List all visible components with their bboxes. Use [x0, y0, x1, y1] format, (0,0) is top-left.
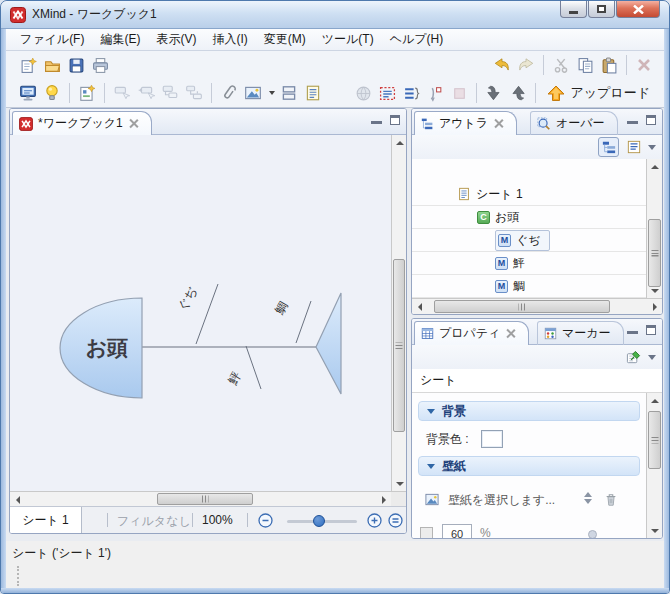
wallpaper-select-row[interactable]: 壁紙を選択します...	[424, 490, 632, 510]
titlebar[interactable]: XMind - ワークブック1	[1, 1, 669, 29]
scroll-up-icon[interactable]	[647, 159, 662, 174]
sheet-tab[interactable]: シート 1	[10, 507, 82, 534]
notes-list-button[interactable]	[399, 81, 423, 105]
insert-topic-button[interactable]	[110, 81, 134, 105]
outline-item-central[interactable]: C お頭	[412, 206, 646, 229]
delete-button[interactable]	[632, 53, 656, 77]
scroll-right-icon[interactable]	[376, 492, 391, 507]
menu-view[interactable]: 表示(V)	[148, 29, 204, 50]
scrollbar-thumb[interactable]	[434, 300, 610, 313]
menu-tools[interactable]: ツール(T)	[314, 29, 382, 50]
bone-label-3[interactable]: 鮃	[225, 369, 244, 387]
canvas-vertical-scrollbar[interactable]	[391, 135, 406, 491]
scrollbar-thumb[interactable]	[648, 219, 661, 287]
outline-item-tai[interactable]: M 鯛	[412, 275, 646, 298]
view-minimize-icon[interactable]	[627, 325, 638, 334]
copy-button[interactable]	[573, 53, 597, 77]
tab-close-icon[interactable]	[505, 328, 516, 339]
editor-tab-workbook1[interactable]: *ワークブック1	[12, 111, 152, 135]
insert-parent-topic-button[interactable]	[182, 81, 206, 105]
tab-overview[interactable]: オーバー	[530, 111, 618, 135]
zoom-out-button[interactable]	[258, 513, 273, 528]
open-button[interactable]	[40, 53, 64, 77]
opacity-value-field[interactable]: 60	[442, 524, 472, 538]
drill-down-button[interactable]	[482, 81, 506, 105]
scroll-down-icon[interactable]	[392, 476, 407, 491]
section-background-header[interactable]: 背景	[418, 401, 640, 421]
boundary-button[interactable]	[447, 81, 471, 105]
scroll-right-icon[interactable]	[647, 299, 662, 314]
opacity-slider-dot[interactable]	[588, 530, 597, 538]
save-button[interactable]	[64, 53, 88, 77]
tab-close-icon[interactable]	[128, 118, 139, 129]
summary-button[interactable]	[277, 81, 301, 105]
label-button[interactable]	[375, 81, 399, 105]
outline-tree-mode-button[interactable]	[598, 137, 619, 157]
tab-close-icon[interactable]	[493, 118, 504, 129]
view-maximize-icon[interactable]	[646, 325, 656, 335]
presentation-button[interactable]	[16, 81, 40, 105]
scroll-down-icon[interactable]	[647, 283, 662, 298]
scrollbar-thumb[interactable]	[648, 411, 661, 469]
outline-item-hirame[interactable]: M 鮃	[412, 252, 646, 275]
canvas-horizontal-scrollbar[interactable]	[10, 491, 391, 506]
paste-button[interactable]	[597, 53, 621, 77]
scroll-up-icon[interactable]	[392, 135, 407, 150]
pin-button[interactable]	[623, 347, 644, 367]
section-wallpaper-header[interactable]: 壁紙	[418, 456, 640, 476]
opacity-checkbox[interactable]	[420, 527, 433, 538]
menu-insert[interactable]: 挿入(I)	[204, 29, 255, 50]
outline-item-guji[interactable]: M ぐぢ	[412, 229, 646, 252]
new-workbook-button[interactable]	[16, 53, 40, 77]
redo-button[interactable]	[514, 53, 538, 77]
menu-modify[interactable]: 変更(M)	[256, 29, 314, 50]
print-button[interactable]	[88, 53, 112, 77]
drill-up-button[interactable]	[506, 81, 530, 105]
zoom-slider-thumb[interactable]	[313, 515, 325, 527]
close-button[interactable]	[616, 1, 660, 18]
undo-button[interactable]	[490, 53, 514, 77]
scroll-left-icon[interactable]	[10, 492, 25, 507]
outline-vertical-scrollbar[interactable]	[646, 159, 662, 298]
zoom-level[interactable]: 100%	[202, 513, 233, 527]
notes-button[interactable]	[301, 81, 325, 105]
scroll-down-icon[interactable]	[647, 523, 662, 538]
menu-file[interactable]: ファイル(F)	[12, 29, 92, 50]
menu-help[interactable]: ヘルプ(H)	[382, 29, 452, 50]
insert-topic-after-button[interactable]	[134, 81, 158, 105]
scroll-left-icon[interactable]	[412, 299, 427, 314]
zoom-actual-size-button[interactable]	[388, 513, 403, 528]
trash-icon[interactable]	[604, 492, 618, 507]
view-maximize-icon[interactable]	[646, 115, 656, 125]
tab-outline[interactable]: アウトラ	[414, 111, 517, 135]
tab-marker[interactable]: マーカー	[537, 321, 624, 345]
filter-status[interactable]: フィルタなし	[117, 513, 191, 530]
maximize-button[interactable]	[588, 1, 615, 18]
view-minimize-icon[interactable]	[371, 115, 382, 124]
scroll-up-icon[interactable]	[647, 393, 662, 408]
scrollbar-thumb[interactable]	[393, 259, 405, 432]
background-color-swatch[interactable]	[481, 430, 503, 448]
view-menu-icon[interactable]	[648, 145, 656, 150]
view-menu-icon[interactable]	[648, 355, 656, 360]
bone-label-2[interactable]: 鯛	[272, 299, 290, 317]
map-canvas[interactable]: お頭 ぐぢ 鯛 鮃	[10, 135, 391, 491]
hyperlink-button[interactable]	[351, 81, 375, 105]
numbering-button[interactable]	[423, 81, 447, 105]
view-minimize-icon[interactable]	[627, 115, 638, 124]
image-dropdown-button[interactable]	[265, 81, 277, 105]
outline-list-mode-button[interactable]	[623, 137, 644, 157]
menu-edit[interactable]: 編集(E)	[92, 29, 148, 50]
insert-subtopic-button[interactable]	[158, 81, 182, 105]
attachment-button[interactable]	[217, 81, 241, 105]
zoom-in-button[interactable]	[367, 513, 382, 528]
selected-item-box[interactable]: M ぐぢ	[495, 230, 550, 251]
bone-label-1[interactable]: ぐぢ	[175, 284, 200, 313]
tab-properties[interactable]: プロパティ	[414, 321, 529, 345]
properties-vertical-scrollbar[interactable]	[646, 393, 662, 538]
insert-image-button[interactable]	[241, 81, 265, 105]
fishbone-head-label[interactable]: お頭	[86, 336, 129, 360]
minimize-button[interactable]	[560, 1, 587, 18]
scrollbar-thumb[interactable]	[157, 493, 253, 505]
new-sheet-button[interactable]	[75, 81, 99, 105]
